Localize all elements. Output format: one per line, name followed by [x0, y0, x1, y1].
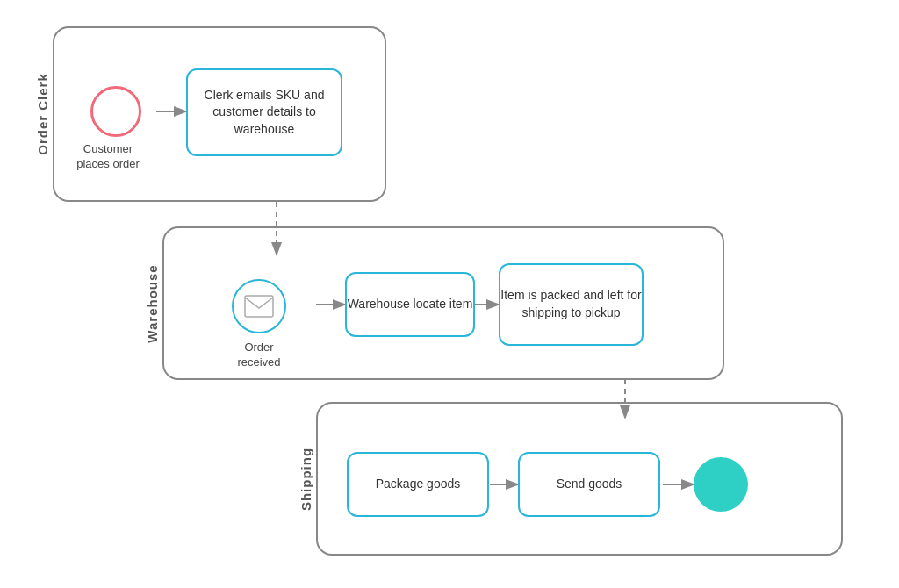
- warehouse-lane-label: Warehouse: [145, 264, 160, 342]
- svg-rect-9: [245, 296, 273, 317]
- warehouse-locate-text: Warehouse locate item: [348, 296, 473, 313]
- clerk-email-box: Clerk emails SKU and customer details to…: [186, 68, 342, 156]
- customer-order-start: [90, 86, 141, 137]
- order-received-circle: [232, 279, 286, 333]
- clerk-email-text: Clerk emails SKU and customer details to…: [188, 87, 341, 139]
- send-goods-text: Send goods: [557, 476, 622, 493]
- item-packed-text: Item is packed and left for shipping to …: [500, 287, 642, 321]
- diagram-container: Order Clerk Customer places order Clerk …: [0, 0, 899, 588]
- email-icon: [244, 295, 274, 318]
- package-goods-box: Package goods: [347, 452, 489, 517]
- item-packed-box: Item is packed and left for shipping to …: [499, 263, 644, 346]
- end-circle: [694, 457, 748, 512]
- send-goods-box: Send goods: [518, 452, 660, 517]
- clerk-lane-label: Order Clerk: [35, 73, 50, 155]
- warehouse-locate-box: Warehouse locate item: [345, 272, 475, 337]
- package-goods-text: Package goods: [376, 476, 461, 493]
- order-received-label: Order received: [223, 341, 295, 370]
- shipping-lane-label: Shipping: [298, 447, 313, 510]
- customer-order-label: Customer places order: [73, 142, 143, 172]
